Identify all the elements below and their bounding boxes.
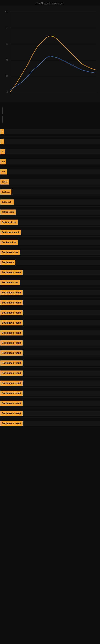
bottleneck-result-row: Bottleneck res: [0, 248, 100, 257]
bottleneck-label: Bottleneck result: [0, 421, 23, 426]
svg-text:0: 0: [7, 91, 8, 93]
bottleneck-label: Bottleneck result: [0, 290, 23, 295]
svg-text:60: 60: [6, 43, 8, 45]
bottleneck-label: Bottleneck result: [0, 310, 23, 315]
bottleneck-label: Bottleneck re: [0, 240, 18, 245]
bottleneck-result-row: Bottlenec: [0, 188, 100, 196]
bottleneck-result-row: Bottlen: [0, 178, 100, 186]
bottleneck-result-row: Bottleneck result: [0, 379, 100, 388]
bottleneck-result-row: B: [0, 127, 100, 136]
bottleneck-result-row: Bottleneck result: [0, 389, 100, 398]
svg-text:100: 100: [5, 11, 8, 13]
svg-rect-0: [0, 6, 100, 102]
chart-area: 100 80 60 40 20 0: [0, 6, 100, 102]
vline-section: [0, 106, 100, 126]
bottleneck-result-row: Bo: [0, 147, 100, 156]
bottleneck-label: Bottleneck result: [0, 320, 23, 326]
bottleneck-label: Bottleneck result: [0, 340, 23, 346]
bottleneck-label: Bottleneck r: [0, 200, 14, 205]
page-wrapper: TheBottlenecker.com 100 80 60 40 20 0: [0, 0, 100, 644]
vline-2: [2, 116, 2, 123]
bottleneck-result-row: Bottleneck result: [0, 228, 100, 237]
bottleneck-label: Bottleneck result: [0, 391, 23, 396]
bottleneck-label: Bottleneck result: [0, 350, 23, 356]
bottleneck-label: Bottleneck result: [0, 330, 23, 336]
bottleneck-label: Bottleneck result: [0, 370, 23, 376]
bottleneck-label: Bottleneck res: [0, 220, 18, 225]
bottleneck-label: Bottleneck: [0, 260, 15, 265]
bottleneck-result-row: Bottleneck result: [0, 409, 100, 418]
bottleneck-label: Bottleneck result: [0, 230, 21, 235]
bottleneck-label: B: [0, 139, 4, 144]
bottleneck-result-row: Bottleneck result: [0, 338, 100, 347]
bottleneck-label: Bottleneck result: [0, 401, 23, 406]
bottleneck-result-row: Bottleneck result: [0, 298, 100, 307]
bottleneck-result-row: Bottleneck result: [0, 359, 100, 368]
vline-1: [2, 107, 2, 114]
bottleneck-result-row: B: [0, 137, 100, 146]
bottleneck-result-row: Bottl: [0, 168, 100, 176]
bottleneck-result-row: Bottleneck result: [0, 369, 100, 378]
bottleneck-result-row: Bottleneck result: [0, 308, 100, 317]
bottleneck-label: Bottleneck result: [0, 270, 23, 275]
bottleneck-label: Bottlen: [0, 179, 9, 184]
bottleneck-result-row: Bottleneck: [0, 258, 100, 267]
bottleneck-label: Bo: [0, 149, 5, 154]
bottleneck-result-row: Bottleneck re: [0, 208, 100, 216]
bottleneck-result-row: Bottleneck result: [0, 399, 100, 408]
bottleneck-result-row: Bottleneck result: [0, 318, 100, 327]
bottleneck-result-row: Bottleneck result: [0, 288, 100, 297]
bottleneck-label: Bott: [0, 159, 6, 164]
bottleneck-result-row: Bott: [0, 158, 100, 166]
svg-text:20: 20: [6, 75, 8, 77]
bottleneck-result-row: Bottleneck result: [0, 419, 100, 428]
bottleneck-result-row: Bottleneck res: [0, 278, 100, 287]
spacer-top: [0, 102, 100, 106]
bottleneck-result-row: Bottleneck result: [0, 268, 100, 277]
bottleneck-result-row: Bottleneck r: [0, 198, 100, 206]
bottleneck-result-row: Bottleneck res: [0, 218, 100, 226]
svg-text:80: 80: [6, 27, 8, 29]
bottleneck-result-row: Bottleneck re: [0, 238, 100, 247]
bottleneck-label: Bottleneck re: [0, 210, 16, 215]
bottleneck-label: Bottleneck result: [0, 300, 23, 305]
bottleneck-result-row: Bottleneck result: [0, 328, 100, 337]
svg-text:40: 40: [6, 59, 8, 61]
chart-svg: 100 80 60 40 20 0: [0, 6, 100, 102]
site-title: TheBottlenecker.com: [0, 0, 100, 6]
bottleneck-label: Bottleneck result: [0, 360, 23, 366]
bottleneck-result-row: Bottleneck result: [0, 348, 100, 358]
bottleneck-label: Bottleneck result: [0, 411, 23, 416]
bottleneck-label: Bottlenec: [0, 190, 11, 194]
bottleneck-label: Bottl: [0, 169, 7, 174]
bottleneck-results-list: BBBoBottBottlBottlenBottlenecBottleneck …: [0, 126, 100, 432]
bottleneck-label: B: [0, 129, 4, 134]
bottleneck-label: Bottleneck result: [0, 380, 23, 386]
bottleneck-label: Bottleneck res: [0, 250, 20, 255]
bottleneck-label: Bottleneck res: [0, 280, 20, 285]
